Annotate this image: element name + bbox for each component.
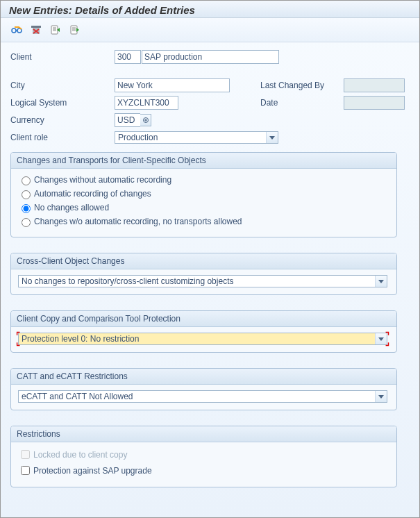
delete-icon[interactable] xyxy=(28,22,44,37)
catt-dropdown[interactable]: eCATT and CATT Not Allowed xyxy=(18,390,387,403)
locked-checkbox xyxy=(21,450,30,459)
locked-label: Locked due to client copy xyxy=(33,450,127,460)
restrictions-group: Restrictions Locked due to client copy P… xyxy=(10,426,397,487)
svg-rect-11 xyxy=(71,26,77,34)
radio-opt-1-label: Automatic recording of changes xyxy=(34,189,151,199)
radio-opt-1[interactable]: Automatic recording of changes xyxy=(18,188,389,199)
currency-label: Currency xyxy=(10,115,115,125)
client-label: Client xyxy=(10,52,115,62)
catt-title: CATT and eCATT Restrictions xyxy=(11,369,396,385)
cross-client-dropdown[interactable]: No changes to repository/cross-client cu… xyxy=(18,275,387,287)
radio-opt-3-input[interactable] xyxy=(22,218,31,227)
cross-client-value: No changes to repository/cross-client cu… xyxy=(22,276,233,286)
catt-group: CATT and eCATT Restrictions eCATT and CA… xyxy=(10,368,397,410)
previous-entry-icon[interactable] xyxy=(48,22,63,37)
chevron-down-icon xyxy=(266,132,278,143)
chevron-down-icon xyxy=(375,333,387,344)
logical-system-label: Logical System xyxy=(10,98,115,108)
client-number-input[interactable] xyxy=(115,50,141,64)
chevron-down-icon xyxy=(375,276,387,287)
copy-protect-title: Client Copy and Comparison Tool Protecti… xyxy=(11,311,396,327)
next-entry-icon[interactable] xyxy=(67,22,83,37)
radio-opt-2[interactable]: No changes allowed xyxy=(18,202,389,213)
changes-transports-title: Changes and Transports for Client-Specif… xyxy=(11,153,396,169)
logical-system-input[interactable] xyxy=(115,96,178,110)
radio-opt-0-input[interactable] xyxy=(22,176,31,185)
client-role-value: Production xyxy=(118,133,158,142)
restrictions-title: Restrictions xyxy=(11,426,396,442)
radio-opt-1-input[interactable] xyxy=(22,190,31,199)
copy-protect-value: Protection level 0: No restriction xyxy=(22,334,139,344)
svg-rect-6 xyxy=(51,26,58,34)
copy-protect-group: Client Copy and Comparison Tool Protecti… xyxy=(10,310,397,353)
svg-point-0 xyxy=(12,28,16,33)
client-role-label: Client role xyxy=(10,133,115,142)
city-label: City xyxy=(10,81,115,90)
cross-client-title: Cross-Client Object Changes xyxy=(11,253,396,269)
upgrade-label: Protection against SAP upgrade xyxy=(33,466,152,476)
upgrade-checkbox-row[interactable]: Protection against SAP upgrade xyxy=(18,464,389,477)
catt-value: eCATT and CATT Not Allowed xyxy=(22,392,133,401)
radio-opt-0-label: Changes without automatic recording xyxy=(34,175,171,185)
cross-client-group: Cross-Client Object Changes No changes t… xyxy=(10,253,397,295)
locked-checkbox-row: Locked due to client copy xyxy=(18,448,389,461)
glasses-icon[interactable] xyxy=(9,22,24,37)
radio-opt-0[interactable]: Changes without automatic recording xyxy=(18,174,389,185)
currency-input[interactable] xyxy=(115,113,140,127)
page-title: New Entries: Details of Added Entries xyxy=(1,1,419,18)
date-label: Date xyxy=(260,98,344,108)
chevron-down-icon xyxy=(375,391,387,402)
radio-opt-3[interactable]: Changes w/o automatic recording, no tran… xyxy=(18,216,389,227)
client-role-dropdown[interactable]: Production xyxy=(115,131,278,144)
svg-marker-15 xyxy=(76,28,79,32)
currency-search-help-icon[interactable] xyxy=(140,114,151,126)
svg-rect-3 xyxy=(31,26,41,28)
last-changed-by-label: Last Changed By xyxy=(260,81,344,90)
radio-opt-2-input[interactable] xyxy=(22,204,31,213)
content-area: Client City Last Changed By Logical Syst… xyxy=(1,42,419,503)
date-field xyxy=(344,96,405,110)
upgrade-checkbox[interactable] xyxy=(21,466,30,475)
sap-window: New Entries: Details of Added Entries Cl… xyxy=(0,0,420,518)
radio-opt-3-label: Changes w/o automatic recording, no tran… xyxy=(34,217,242,226)
client-name-input[interactable] xyxy=(142,50,279,64)
city-input[interactable] xyxy=(115,78,230,92)
copy-protect-dropdown[interactable]: Protection level 0: No restriction xyxy=(18,333,387,345)
last-changed-by-field xyxy=(344,78,405,92)
changes-transports-group: Changes and Transports for Client-Specif… xyxy=(10,152,397,237)
toolbar xyxy=(1,18,419,42)
radio-opt-2-label: No changes allowed xyxy=(34,203,109,212)
